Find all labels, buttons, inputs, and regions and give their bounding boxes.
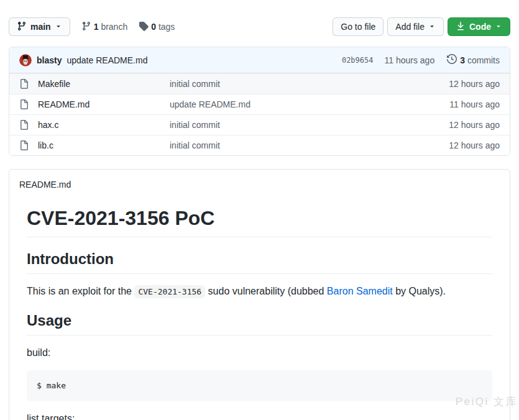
commit-author-link[interactable]: blasty [37, 55, 62, 65]
commits-count: 3 [460, 55, 465, 65]
introduction-heading: Introduction [27, 250, 492, 274]
tag-icon [139, 21, 149, 33]
introduction-paragraph: This is an exploit for the CVE-2021-3156… [27, 284, 492, 299]
file-row-hax-c[interactable]: hax.c initial commit 12 hours ago [9, 114, 510, 135]
tags-link[interactable]: 0 tags [139, 21, 175, 33]
chevron-down-icon [428, 22, 436, 32]
readme-panel: README.md CVE-2021-3156 PoC Introduction… [9, 169, 510, 420]
file-commit-message-link[interactable]: update README.md [170, 99, 419, 109]
file-name-link[interactable]: Makefile [38, 79, 170, 89]
file-icon [19, 140, 29, 150]
intro-text: sudo vulnerability (dubbed [205, 286, 327, 296]
chevron-down-icon [495, 22, 502, 32]
history-clock-icon [447, 54, 457, 66]
avatar[interactable] [19, 54, 32, 66]
cve-inline-code: CVE-2021-3156 [134, 285, 205, 298]
add-file-label: Add file [395, 22, 425, 32]
file-commit-time: 12 hours ago [419, 79, 500, 89]
file-commit-time: 11 hours ago [419, 99, 500, 109]
branches-label: branch [101, 22, 127, 32]
file-name-link[interactable]: README.md [38, 99, 170, 109]
baron-samedit-link[interactable]: Baron Samedit [327, 286, 393, 296]
intro-text: This is an exploit for the [27, 286, 134, 296]
branch-selector-button[interactable]: main [9, 17, 70, 36]
code-button-label: Code [469, 22, 491, 32]
repo-toolbar: main 1 branch 0 tags Go to file Add file… [9, 17, 510, 36]
readme-title: CVE-2021-3156 PoC [27, 206, 492, 237]
git-branch-icon [81, 21, 91, 33]
files-panel: blasty update README.md 02b9654 11 hours… [9, 47, 510, 156]
commit-sha-link[interactable]: 02b9654 [342, 56, 374, 65]
branches-count: 1 [94, 22, 99, 32]
readme-header: README.md [9, 170, 510, 189]
code-button[interactable]: Code [448, 17, 510, 36]
go-to-file-label: Go to file [341, 22, 375, 32]
file-commit-time: 12 hours ago [419, 140, 500, 150]
commit-message-link[interactable]: update README.md [67, 55, 147, 65]
file-icon [19, 120, 29, 130]
commits-history-link[interactable]: 3 commits [447, 54, 500, 66]
file-row-lib-c[interactable]: lib.c initial commit 12 hours ago [9, 135, 510, 155]
tags-label: tags [158, 22, 175, 32]
file-commit-time: 12 hours ago [419, 120, 500, 130]
file-name-link[interactable]: lib.c [38, 140, 170, 150]
git-branch-icon [17, 21, 27, 33]
go-to-file-button[interactable]: Go to file [333, 17, 384, 36]
list-targets-label: list targets: [27, 411, 492, 420]
file-row-readme[interactable]: README.md update README.md 11 hours ago [9, 94, 510, 114]
file-icon [19, 99, 29, 109]
latest-commit-bar: blasty update README.md 02b9654 11 hours… [9, 47, 510, 73]
build-label: build: [27, 345, 492, 360]
commits-label: commits [467, 55, 500, 65]
tags-count: 0 [151, 22, 156, 32]
branches-link[interactable]: 1 branch [81, 21, 128, 33]
chevron-down-icon [55, 22, 62, 32]
file-commit-message-link[interactable]: initial commit [170, 79, 419, 89]
file-name-link[interactable]: hax.c [38, 120, 170, 130]
add-file-button[interactable]: Add file [387, 17, 444, 36]
usage-heading: Usage [27, 311, 492, 336]
download-icon [456, 21, 466, 33]
commit-time: 11 hours ago [384, 55, 434, 65]
current-branch-label: main [30, 22, 51, 32]
file-icon [19, 79, 29, 89]
build-code: $ make [37, 381, 66, 390]
readme-article: CVE-2021-3156 PoC Introduction This is a… [9, 189, 510, 420]
file-row-makefile[interactable]: Makefile initial commit 12 hours ago [9, 73, 510, 94]
repo-page: main 1 branch 0 tags Go to file Add file… [0, 0, 519, 420]
file-commit-message-link[interactable]: initial commit [170, 140, 419, 150]
intro-text: by Qualys). [393, 286, 446, 296]
file-commit-message-link[interactable]: initial commit [170, 120, 419, 130]
build-code-block: $ make [27, 370, 492, 401]
